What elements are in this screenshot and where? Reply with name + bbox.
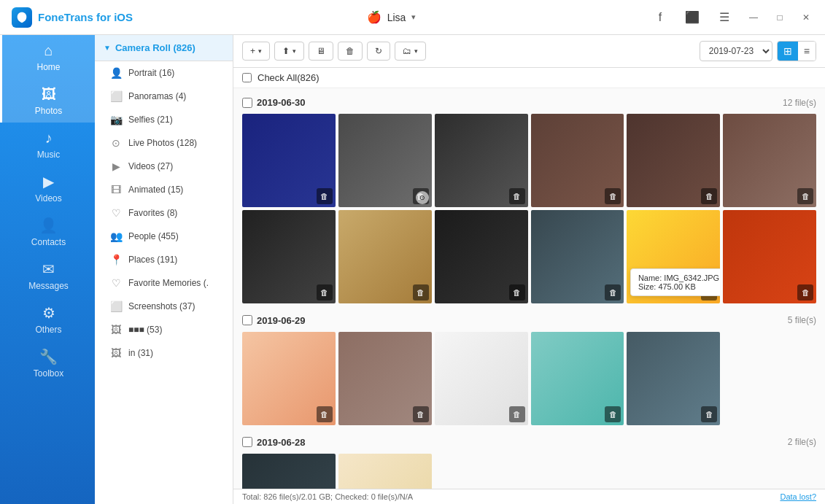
export-to-device-button[interactable]: ⬆ ▾ [274, 42, 304, 61]
export-chevron: ▾ [293, 47, 296, 55]
photo-item[interactable]: 🗑 [242, 332, 336, 425]
sidebar-item-home[interactable]: ⌂ Home [0, 35, 95, 79]
date-group-checkbox-1[interactable] [242, 315, 252, 325]
date-header-left-2: 2019-06-28 [242, 437, 306, 448]
photo-delete-btn[interactable]: 🗑 [317, 284, 333, 301]
photo-item[interactable]: 🗑 [338, 210, 432, 303]
photo-delete-btn[interactable]: 🗑 [413, 406, 429, 422]
sub-item-screenshots-label: Screenshots (37) [128, 301, 195, 311]
date-select[interactable]: 2019-07-23 [700, 41, 772, 61]
sub-item-animated[interactable]: 🎞 Animated (15) [95, 178, 233, 201]
grid-view-button[interactable]: ⊞ [778, 42, 798, 61]
sub-sidebar-header[interactable]: ▼ Camera Roll (826) [95, 35, 233, 61]
sub-item-videos[interactable]: ▶ Videos (27) [95, 155, 233, 178]
photo-item[interactable]: 🗑 [242, 454, 336, 489]
date-group-checkbox-0[interactable] [242, 98, 252, 108]
photo-delete-btn[interactable]: 🗑 [605, 406, 621, 422]
apple-icon: 🍎 [367, 10, 381, 24]
maximize-button[interactable]: □ [772, 10, 787, 25]
facebook-button[interactable]: f [650, 7, 670, 28]
photo-item[interactable]: 🗑 [338, 332, 432, 425]
sub-item-hidden[interactable]: 🖼 ■■■ (53) [95, 318, 233, 341]
title-center: 🍎 Lisa ▾ [133, 10, 650, 24]
date-group-checkbox-2[interactable] [242, 437, 252, 447]
photo-delete-btn[interactable]: 🗑 [317, 188, 333, 204]
refresh-button[interactable]: ↻ [367, 42, 390, 61]
app-logo: FoneTrans for iOS [12, 7, 133, 28]
photo-delete-btn[interactable]: 🗑 [509, 188, 525, 204]
photo-delete-btn[interactable]: 🗑 [509, 284, 525, 301]
photo-delete-btn[interactable]: 🗑 [701, 406, 717, 422]
photo-item[interactable]: 🗑 [531, 332, 624, 425]
favorites-icon: ♡ [109, 207, 123, 219]
photo-delete-btn[interactable]: 🗑 [701, 188, 717, 204]
photo-item[interactable]: 🗑 [242, 210, 336, 303]
photo-item[interactable]: 🗑 [723, 210, 816, 303]
sub-item-portrait[interactable]: 👤 Portrait (16) [95, 61, 233, 85]
photo-item[interactable]: 🗑 [627, 332, 720, 425]
sidebar-item-others[interactable]: ⚙ Others [0, 298, 95, 341]
sub-item-places[interactable]: 📍 Places (191) [95, 248, 233, 271]
sidebar-item-messages[interactable]: ✉ Messages [0, 254, 95, 298]
photo-item[interactable]: 🗑 [531, 114, 624, 207]
collapse-arrow: ▼ [104, 44, 111, 52]
photo-item[interactable]: 🗑 [338, 454, 432, 489]
photo-item-with-tooltip[interactable]: 🗑 Name: IMG_6342.JPG Size: 475.00 KB [627, 210, 720, 303]
photo-delete-btn[interactable]: 🗑 [509, 406, 525, 422]
photo-delete-btn[interactable]: 🗑 [797, 188, 813, 204]
sidebar-item-label-photos: Photos [35, 106, 62, 116]
device-chevron[interactable]: ▾ [411, 12, 416, 22]
photo-item[interactable]: 🗑 ⊙ [338, 114, 432, 207]
sub-item-fav-memories[interactable]: ♡ Favorite Memories (. [95, 271, 233, 295]
sidebar-item-music[interactable]: ♪ Music [0, 123, 95, 166]
minimize-button[interactable]: — [746, 10, 761, 25]
sub-item-in-label: in (31) [128, 348, 153, 358]
close-button[interactable]: ✕ [799, 10, 813, 25]
photo-delete-btn[interactable]: 🗑 [413, 284, 429, 301]
sub-item-screenshots[interactable]: ⬜ Screenshots (37) [95, 295, 233, 318]
photo-delete-btn[interactable]: 🗑 [605, 284, 621, 301]
menu-button[interactable]: ☰ [714, 7, 735, 28]
sub-item-panoramas[interactable]: ⬜ Panoramas (4) [95, 85, 233, 108]
add-chevron: ▾ [258, 47, 262, 55]
sidebar-item-videos[interactable]: ▶ Videos [0, 166, 95, 210]
date-label-0: 2019-06-30 [257, 97, 306, 108]
photo-item[interactable]: 🗑 [435, 114, 528, 207]
photo-item[interactable]: 🗑 [435, 210, 528, 303]
add-icon: + [250, 46, 255, 56]
sidebar-item-toolbox[interactable]: 🔧 Toolbox [0, 341, 95, 385]
photo-item[interactable]: 🗑 [627, 114, 720, 207]
message-button[interactable]: ⬛ [682, 7, 702, 28]
delete-button[interactable]: 🗑 [338, 42, 363, 61]
toolbox-icon: 🔧 [39, 348, 58, 365]
in-icon: 🖼 [109, 347, 123, 359]
photo-item[interactable]: 🗑 [723, 114, 816, 207]
photo-item[interactable]: 🗑 [531, 210, 624, 303]
photo-delete-btn[interactable]: 🗑 [317, 406, 333, 422]
photo-grid-0: 🗑 🗑 ⊙ 🗑 🗑 🗑 � [242, 114, 816, 303]
sub-item-live-photos[interactable]: ⊙ Live Photos (128) [95, 131, 233, 155]
sub-item-selfies[interactable]: 📷 Selfies (21) [95, 108, 233, 131]
screenshots-icon: ⬜ [109, 301, 123, 312]
photo-delete-btn[interactable]: 🗑 [797, 284, 813, 301]
photo-item[interactable]: 🗑 [435, 332, 528, 425]
export-to-pc-button[interactable]: 🖥 [309, 42, 333, 61]
hidden-icon: 🖼 [109, 324, 123, 336]
export-to-pc-icon: 🖥 [317, 46, 325, 56]
data-lost-link[interactable]: Data lost? [780, 492, 816, 501]
check-all-label: Check All(826) [257, 72, 319, 83]
sub-item-in[interactable]: 🖼 in (31) [95, 341, 233, 365]
camera-roll-label: Camera Roll (826) [115, 42, 195, 53]
photo-delete-btn[interactable]: 🗑 [605, 188, 621, 204]
check-all-checkbox[interactable] [242, 73, 252, 82]
sub-item-people[interactable]: 👥 People (455) [95, 225, 233, 248]
main-layout: ⌂ Home 🖼 Photos ♪ Music ▶ Videos 👤 Conta… [0, 35, 825, 504]
add-button[interactable]: + ▾ [242, 42, 270, 61]
sub-item-favorites[interactable]: ♡ Favorites (8) [95, 201, 233, 225]
more-button[interactable]: 🗂 ▾ [395, 42, 426, 61]
photo-item[interactable]: 🗑 [242, 114, 336, 207]
toolbar: + ▾ ⬆ ▾ 🖥 🗑 ↻ 🗂 ▾ 2019- [233, 35, 825, 68]
sidebar-item-photos[interactable]: 🖼 Photos [0, 79, 95, 123]
list-view-button[interactable]: ≡ [798, 42, 816, 61]
sidebar-item-contacts[interactable]: 👤 Contacts [0, 210, 95, 254]
